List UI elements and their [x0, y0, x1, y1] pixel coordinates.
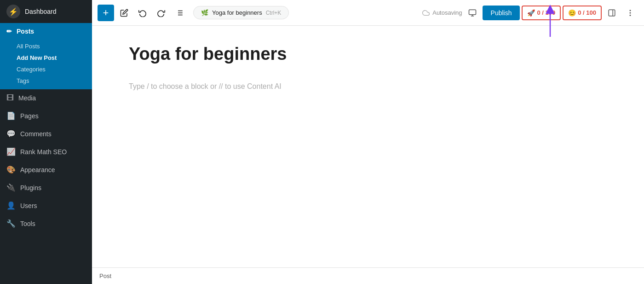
pen-icon	[120, 9, 128, 17]
readability-score-value: 0 / 100	[578, 9, 596, 16]
redo-button[interactable]	[153, 5, 169, 21]
wordpress-icon: ⚡	[6, 5, 20, 18]
sidebar-toggle-button[interactable]	[604, 5, 620, 21]
list-view-button[interactable]	[171, 5, 188, 21]
tools-icon: 🔧	[6, 219, 16, 228]
sidebar-item-tags[interactable]: Tags	[0, 75, 92, 87]
keyboard-shortcut: Ctrl+K	[266, 10, 282, 16]
post-type-label: Post	[99, 272, 111, 279]
bottom-status-bar: Post	[92, 267, 644, 284]
autosave-status: Autosaving	[422, 9, 462, 17]
seo-score-icon: 🚀	[527, 9, 535, 17]
editor-placeholder[interactable]: Type / to choose a block or // to use Co…	[129, 82, 607, 91]
main-area: + 🌿 Yoga for beginners Ctrl+K Autosaving	[92, 0, 644, 284]
posts-label: Posts	[17, 28, 34, 35]
sidebar-section-posts: ✏ Posts All Posts Add New Post Categorie…	[0, 23, 92, 89]
sidebar-item-plugins[interactable]: 🔌 Plugins	[0, 179, 92, 197]
sidebar-item-posts[interactable]: ✏ Posts	[0, 23, 92, 40]
publish-button[interactable]: Publish	[483, 6, 520, 20]
undo-button[interactable]	[134, 5, 151, 21]
dashboard-label: Dashboard	[25, 8, 57, 15]
more-options-icon	[626, 9, 634, 17]
svg-point-11	[630, 10, 631, 11]
sidebar-toggle-icon	[608, 9, 616, 17]
seo-score-value: 0 / 100	[537, 9, 555, 16]
svg-point-13	[630, 15, 631, 16]
sidebar: ⚡ Dashboard ✏ Posts All Posts Add New Po…	[0, 0, 92, 284]
sidebar-item-all-posts[interactable]: All Posts	[0, 41, 92, 52]
add-block-button[interactable]: +	[98, 5, 114, 21]
preview-button[interactable]	[464, 5, 481, 21]
post-title[interactable]: Yoga for beginners	[129, 44, 607, 64]
comments-icon: 💬	[6, 129, 16, 138]
plugins-icon: 🔌	[6, 183, 16, 192]
sidebar-item-users[interactable]: 👤 Users	[0, 197, 92, 214]
posts-sub-menu: All Posts Add New Post Categories Tags	[0, 40, 92, 89]
sidebar-item-tools[interactable]: 🔧 Tools	[0, 214, 92, 232]
more-options-button[interactable]	[622, 5, 638, 21]
sidebar-item-appearance[interactable]: 🎨 Appearance	[0, 161, 92, 179]
sidebar-item-media[interactable]: 🎞 Media	[0, 89, 92, 107]
sidebar-item-comments[interactable]: 💬 Comments	[0, 125, 92, 143]
editor-toolbar: + 🌿 Yoga for beginners Ctrl+K Autosaving	[92, 0, 644, 26]
svg-rect-6	[469, 10, 476, 15]
redo-icon	[157, 9, 165, 17]
posts-icon: ✏	[6, 28, 12, 35]
edit-icon-button[interactable]	[116, 5, 132, 21]
editor-content-area[interactable]: Yoga for beginners Type / to choose a bl…	[92, 26, 644, 267]
seo-score-button[interactable]: 🚀 0 / 100	[522, 6, 561, 20]
svg-point-12	[630, 12, 631, 13]
cloud-icon	[422, 9, 430, 17]
undo-icon	[138, 9, 147, 17]
doc-title: Yoga for beginners	[212, 9, 262, 16]
sidebar-item-categories[interactable]: Categories	[0, 64, 92, 75]
leaf-icon: 🌿	[201, 9, 208, 16]
sidebar-item-add-new-post[interactable]: Add New Post	[0, 52, 92, 64]
pages-icon: 📄	[6, 111, 16, 120]
autosave-label: Autosaving	[432, 9, 462, 16]
svg-rect-9	[609, 10, 615, 16]
readability-score-icon: 😊	[568, 9, 576, 17]
sidebar-item-rank-math-seo[interactable]: 📈 Rank Math SEO	[0, 143, 92, 161]
monitor-icon	[468, 9, 477, 17]
appearance-icon: 🎨	[6, 165, 16, 174]
document-title-button[interactable]: 🌿 Yoga for beginners Ctrl+K	[193, 6, 289, 19]
sidebar-item-dashboard[interactable]: ⚡ Dashboard	[0, 0, 92, 23]
media-icon: 🎞	[6, 94, 14, 102]
list-view-icon	[175, 9, 184, 17]
users-icon: 👤	[6, 201, 16, 210]
readability-score-button[interactable]: 😊 0 / 100	[563, 6, 602, 20]
sidebar-item-pages[interactable]: 📄 Pages	[0, 107, 92, 125]
rank-math-icon: 📈	[6, 147, 16, 156]
